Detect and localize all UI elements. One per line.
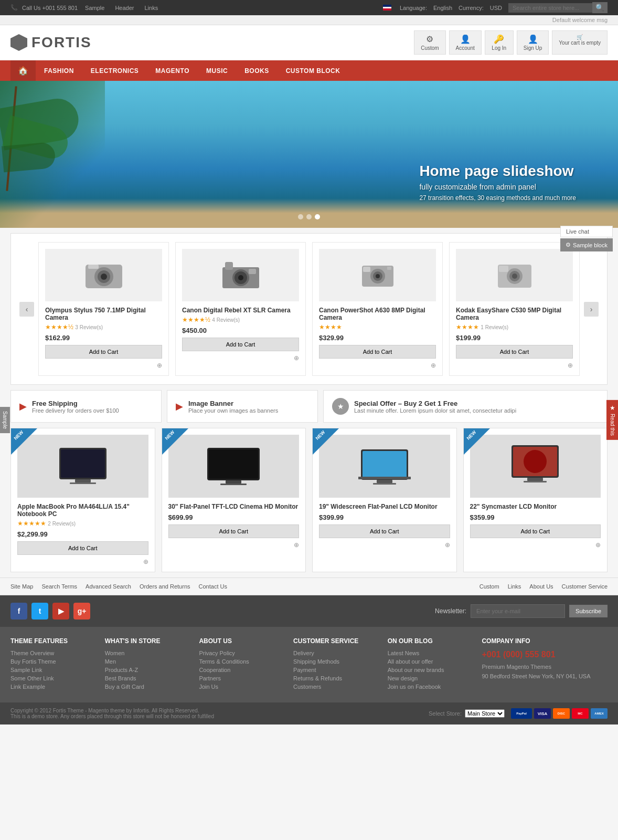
wishlist-monitor-1[interactable]: ⊕ bbox=[294, 541, 299, 549]
wishlist-1[interactable]: ⊕ bbox=[294, 354, 299, 362]
nav-home[interactable]: 🏠 bbox=[10, 60, 36, 81]
footer-service-link-1[interactable]: Shipping Methods bbox=[293, 658, 377, 665]
footer-theme-link-0[interactable]: Theme Overview bbox=[10, 650, 94, 656]
footer-service-link-2[interactable]: Payment bbox=[293, 667, 377, 673]
dot-1[interactable] bbox=[298, 214, 303, 219]
live-chat-button[interactable]: Live chat bbox=[560, 226, 613, 237]
promo-banner-content: Image Banner Place your own images as ba… bbox=[188, 400, 278, 414]
wishlist-0[interactable]: ⊕ bbox=[157, 362, 162, 369]
footer-theme-link-4[interactable]: Link Example bbox=[10, 684, 94, 690]
footer-about-link-1[interactable]: Terms & Conditions bbox=[199, 658, 283, 665]
product-stars-1: ★★★★½ 4 Review(s) bbox=[182, 316, 299, 323]
top-link-links[interactable]: Links bbox=[144, 5, 158, 11]
carousel-prev-button[interactable]: ‹ bbox=[19, 302, 34, 317]
svg-rect-4 bbox=[88, 265, 99, 269]
footer-advanced-search[interactable]: Advanced Search bbox=[86, 583, 131, 590]
footer-service-link-3[interactable]: Returns & Refunds bbox=[293, 675, 377, 681]
search-button[interactable]: 🔍 bbox=[592, 2, 608, 13]
nav-books[interactable]: BOOKS bbox=[236, 61, 278, 81]
nav-music[interactable]: MUSIC bbox=[198, 61, 236, 81]
top-link-sample[interactable]: Sample bbox=[85, 5, 104, 11]
footer-theme-link-1[interactable]: Buy Fortis Theme bbox=[10, 658, 94, 665]
promo-special-subtitle: Last minute offer. Lorem ipsum dolor sit… bbox=[354, 407, 516, 414]
add-to-cart-monitor-0[interactable]: Add to Cart bbox=[17, 541, 148, 555]
footer-about-us[interactable]: About Us bbox=[529, 583, 553, 590]
footer-orders[interactable]: Orders and Returns bbox=[140, 583, 190, 590]
nav-fashion[interactable]: FASHION bbox=[36, 61, 82, 81]
twitter-icon[interactable]: t bbox=[31, 603, 48, 620]
nav-custom-block[interactable]: CUSTOM BLOCK bbox=[278, 61, 349, 81]
facebook-icon[interactable]: f bbox=[10, 603, 27, 620]
footer-sitemap[interactable]: Site Map bbox=[10, 583, 33, 590]
add-to-cart-monitor-3[interactable]: Add to Cart bbox=[470, 524, 601, 538]
language-value[interactable]: English bbox=[433, 5, 452, 11]
footer-about-link-0[interactable]: Privacy Policy bbox=[199, 650, 283, 656]
add-to-cart-0[interactable]: Add to Cart bbox=[45, 345, 162, 359]
add-to-cart-2[interactable]: Add to Cart bbox=[319, 345, 436, 359]
company-phone[interactable]: +001 (000) 555 801 bbox=[482, 650, 608, 659]
footer-about-link-2[interactable]: Cooperation bbox=[199, 667, 283, 673]
dot-2[interactable] bbox=[306, 214, 312, 219]
youtube-icon[interactable]: ▶ bbox=[52, 603, 69, 620]
footer-store-link-1[interactable]: Men bbox=[105, 658, 189, 665]
custom-button[interactable]: ⚙ Custom bbox=[414, 30, 445, 55]
footer-theme-link-2[interactable]: Sample Link bbox=[10, 667, 94, 673]
footer-search-terms[interactable]: Search Terms bbox=[41, 583, 77, 590]
footer-theme-link-3[interactable]: Some Other Link bbox=[10, 675, 94, 681]
read-this-tab[interactable]: ★ Read this bbox=[606, 400, 618, 440]
nav-magento[interactable]: MAGENTO bbox=[147, 61, 198, 81]
login-button[interactable]: 🔑 Log In bbox=[485, 30, 514, 55]
newsletter-input[interactable] bbox=[471, 604, 565, 618]
footer-service-link-0[interactable]: Delivery bbox=[293, 650, 377, 656]
currency-label: Currency: bbox=[459, 5, 484, 11]
sample-tab[interactable]: Sample bbox=[0, 407, 10, 433]
footer-customer-service[interactable]: Customer Service bbox=[562, 583, 608, 590]
footer-store-link-0[interactable]: Women bbox=[105, 650, 189, 656]
product-image-2 bbox=[319, 249, 436, 301]
monitor-stars-0: ★★★★★ 2 Review(s) bbox=[17, 520, 148, 527]
footer-blog-link-2[interactable]: About our new brands bbox=[388, 667, 472, 673]
add-to-cart-monitor-2[interactable]: Add to Cart bbox=[319, 524, 450, 538]
footer-about-link-3[interactable]: Partners bbox=[199, 675, 283, 681]
add-to-cart-monitor-1[interactable]: Add to Cart bbox=[168, 524, 300, 538]
login-icon: 🔑 bbox=[494, 34, 504, 44]
footer-store-link-2[interactable]: Products A-Z bbox=[105, 667, 189, 673]
svg-rect-32 bbox=[377, 480, 392, 483]
footer-blog-link-1[interactable]: All about our offer bbox=[388, 658, 472, 665]
footer-links[interactable]: Links bbox=[508, 583, 521, 590]
subscribe-button[interactable]: Subscribe bbox=[569, 605, 608, 617]
top-link-header[interactable]: Header bbox=[115, 5, 134, 11]
svg-rect-31 bbox=[363, 451, 407, 478]
googleplus-icon[interactable]: g+ bbox=[73, 603, 90, 620]
footer-custom[interactable]: Custom bbox=[480, 583, 499, 590]
account-button[interactable]: 👤 Account bbox=[449, 30, 482, 55]
footer-blog-link-4[interactable]: Join us on Facebook bbox=[388, 684, 472, 690]
wishlist-monitor-0[interactable]: ⊕ bbox=[143, 558, 148, 565]
slideshow: Home page slideshow fully customizable f… bbox=[0, 81, 618, 228]
nav-electronics[interactable]: ELECTRONICS bbox=[82, 61, 147, 81]
footer-about-link-4[interactable]: Join Us bbox=[199, 684, 283, 690]
footer-blog-link-3[interactable]: New design bbox=[388, 675, 472, 681]
footer-blog-link-0[interactable]: Latest News bbox=[388, 650, 472, 656]
side-tab-left[interactable]: Sample bbox=[0, 407, 10, 433]
carousel-next-button[interactable]: › bbox=[584, 302, 599, 317]
search-input[interactable] bbox=[508, 3, 592, 13]
side-tab-right[interactable]: ★ Read this bbox=[606, 400, 618, 440]
wishlist-2[interactable]: ⊕ bbox=[431, 362, 436, 369]
footer-service-link-4[interactable]: Customers bbox=[293, 684, 377, 690]
add-to-cart-3[interactable]: Add to Cart bbox=[456, 345, 573, 359]
cart-button[interactable]: 🛒 Your cart is empty bbox=[552, 30, 608, 55]
store-selector[interactable]: Main Store bbox=[465, 709, 505, 718]
signup-button[interactable]: 👤 Sign Up bbox=[517, 30, 549, 55]
currency-value[interactable]: USD bbox=[490, 5, 502, 11]
add-to-cart-1[interactable]: Add to Cart bbox=[182, 338, 299, 351]
footer-contact[interactable]: Contact Us bbox=[199, 583, 227, 590]
wishlist-3[interactable]: ⊕ bbox=[568, 362, 573, 369]
footer-store-link-3[interactable]: Best Brands bbox=[105, 675, 189, 681]
wishlist-monitor-2[interactable]: ⊕ bbox=[445, 541, 450, 549]
footer-store-link-4[interactable]: Buy a Gift Card bbox=[105, 684, 189, 690]
wishlist-monitor-3[interactable]: ⊕ bbox=[595, 541, 601, 549]
sample-block-button[interactable]: ⚙ Sample block bbox=[560, 238, 613, 251]
logo[interactable]: FORTIS bbox=[10, 34, 92, 51]
dot-3[interactable] bbox=[315, 214, 320, 219]
